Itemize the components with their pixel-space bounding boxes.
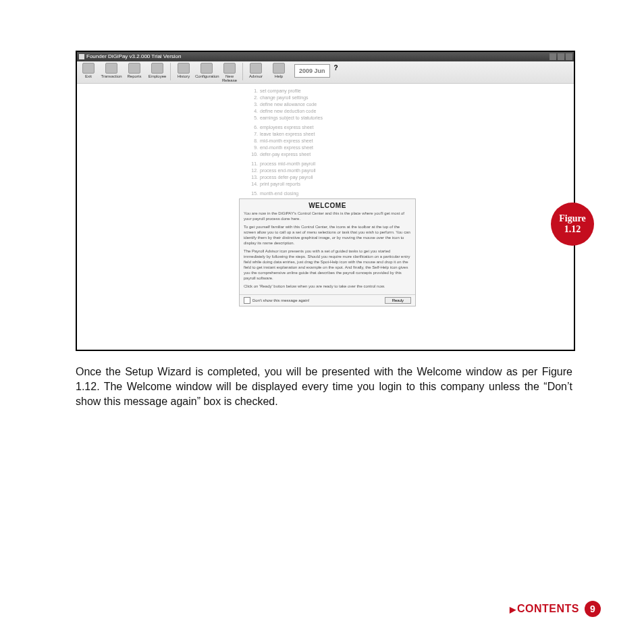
- task-number: 12.: [248, 167, 258, 174]
- figure-badge-label: Figure: [551, 213, 594, 224]
- task-label: end-month express sheet: [260, 145, 313, 150]
- body-paragraph: Once the Setup Wizard is completed, you …: [76, 365, 572, 409]
- task-label: process end-month payroll: [260, 168, 316, 173]
- advisor-task-item[interactable]: 8.mid-month express sheet: [248, 138, 323, 144]
- task-number: 5.: [248, 115, 258, 122]
- welcome-paragraph: The Payroll Advisor icon presents you wi…: [244, 248, 411, 281]
- task-number: 9.: [248, 144, 258, 151]
- figure-badge: Figure 1.12: [551, 203, 594, 246]
- welcome-dialog: WELCOME You are now in the DiGiPAY's Con…: [239, 198, 416, 306]
- task-label: mid-month express sheet: [260, 138, 313, 143]
- figure-badge-number: 1.12: [551, 224, 594, 235]
- welcome-paragraph: You are now in the DiGiPAY's Control Cen…: [244, 211, 411, 221]
- task-number: 13.: [248, 174, 258, 181]
- history-icon: [178, 63, 190, 74]
- minimize-icon[interactable]: [549, 53, 556, 60]
- toolbar-reports[interactable]: Reports: [123, 63, 146, 78]
- task-label: month-end closing: [260, 191, 298, 196]
- maximize-icon[interactable]: [558, 53, 564, 60]
- advisor-task-item[interactable]: 3.define new allowance code: [248, 101, 323, 108]
- task-label: define new deduction code: [260, 109, 316, 113]
- task-number: 10.: [248, 151, 258, 158]
- figure-screenshot: Founder DiGiPay v3.2.000 Trial Version E…: [76, 51, 575, 351]
- task-label: set company profile: [260, 88, 301, 93]
- toolbar-transaction[interactable]: Transaction: [100, 63, 123, 78]
- advisor-task-item[interactable]: 7.leave taken express sheet: [248, 131, 323, 138]
- advisor-task-item[interactable]: 14.print payroll reports: [248, 181, 323, 188]
- advisor-task-item[interactable]: 12.process end-month payroll: [248, 167, 323, 174]
- page-number: 9: [585, 601, 601, 617]
- advisor-task-item[interactable]: 10.defer-pay express sheet: [248, 151, 323, 158]
- advisor-task-item[interactable]: 4.define new deduction code: [248, 108, 323, 115]
- task-number: 2.: [248, 95, 258, 101]
- welcome-dialog-footer: Don't show this message again! Ready: [240, 294, 415, 306]
- welcome-paragraph: Click on 'Ready' button below when you a…: [244, 284, 411, 289]
- dont-show-label: Don't show this message again!: [252, 298, 385, 302]
- toolbar-separator: [170, 63, 171, 80]
- transaction-icon: [105, 63, 117, 74]
- task-label: leave taken express sheet: [260, 132, 315, 136]
- task-label: earnings subject to statutories: [260, 115, 323, 120]
- advisor-task-item[interactable]: 11.process mid-month payroll: [248, 161, 323, 167]
- advisor-task-item[interactable]: 6.employees express sheet: [248, 124, 323, 131]
- window-title: Founder DiGiPay v3.2.000 Trial Version: [86, 53, 182, 59]
- advisor-task-item[interactable]: 5.earnings subject to statutories: [248, 115, 323, 122]
- close-icon[interactable]: [566, 53, 572, 60]
- ready-button[interactable]: Ready: [385, 297, 411, 304]
- toolbar-advisor[interactable]: Advisor: [244, 63, 267, 78]
- task-label: change payroll settings: [260, 95, 308, 100]
- employee-icon: [151, 63, 163, 74]
- task-label: process mid-month payroll: [260, 161, 315, 166]
- task-number: 14.: [248, 181, 258, 188]
- advisor-task-item[interactable]: 1.set company profile: [248, 88, 323, 95]
- advisor-icon: [250, 63, 262, 74]
- exit-icon: [82, 63, 95, 74]
- toolbar-separator: [242, 63, 243, 80]
- main-toolbar: Exit Transaction Reports Employee Histor…: [77, 61, 574, 84]
- task-label: employees express sheet: [260, 125, 313, 130]
- toolbar-employee[interactable]: Employee: [146, 63, 169, 78]
- welcome-dialog-title: WELCOME: [240, 199, 415, 211]
- task-label: process defer-pay payroll: [260, 175, 313, 180]
- welcome-dialog-body: You are now in the DiGiPAY's Control Cen…: [240, 211, 415, 294]
- window-controls: [549, 53, 572, 60]
- task-number: 8.: [248, 138, 258, 144]
- window-titlebar: Founder DiGiPay v3.2.000 Trial Version: [77, 52, 574, 61]
- task-number: 6.: [248, 124, 258, 131]
- configuration-icon: [200, 63, 213, 74]
- toolbar-configuration[interactable]: Configuration: [195, 63, 218, 78]
- task-number: 4.: [248, 108, 258, 115]
- advisor-task-list: 1.set company profile2.change payroll se…: [248, 88, 323, 200]
- task-number: 1.: [248, 88, 258, 95]
- whats-this-icon[interactable]: ?: [334, 64, 338, 72]
- toolbar-exit[interactable]: Exit: [77, 63, 100, 78]
- content-area: 1.set company profile2.change payroll se…: [77, 84, 574, 351]
- toolbar-help[interactable]: Help: [267, 63, 290, 78]
- task-number: 11.: [248, 161, 258, 167]
- play-icon: ▶: [510, 605, 516, 614]
- reports-icon: [128, 63, 140, 74]
- help-icon: [273, 63, 285, 74]
- dont-show-checkbox[interactable]: [244, 297, 250, 304]
- task-number: 15.: [248, 190, 258, 197]
- advisor-task-item[interactable]: 9.end-month express sheet: [248, 144, 323, 151]
- welcome-paragraph: To get yourself familiar with this Contr…: [244, 224, 411, 246]
- task-number: 3.: [248, 101, 258, 108]
- contents-link[interactable]: ▶CONTENTS: [510, 603, 580, 615]
- new-release-icon: [223, 63, 236, 74]
- advisor-task-item[interactable]: 13.process defer-pay payroll: [248, 174, 323, 181]
- task-number: 7.: [248, 131, 258, 138]
- toolbar-new-release[interactable]: New Release: [218, 63, 241, 82]
- task-label: print payroll reports: [260, 182, 300, 186]
- task-label: defer-pay express sheet: [260, 152, 311, 157]
- task-label: define new allowance code: [260, 102, 317, 107]
- toolbar-history[interactable]: History: [172, 63, 195, 78]
- advisor-task-item[interactable]: 15.month-end closing: [248, 190, 323, 197]
- page-footer: ▶CONTENTS 9: [510, 601, 601, 617]
- period-selector[interactable]: 2009 Jun: [294, 64, 330, 78]
- advisor-task-item[interactable]: 2.change payroll settings: [248, 95, 323, 101]
